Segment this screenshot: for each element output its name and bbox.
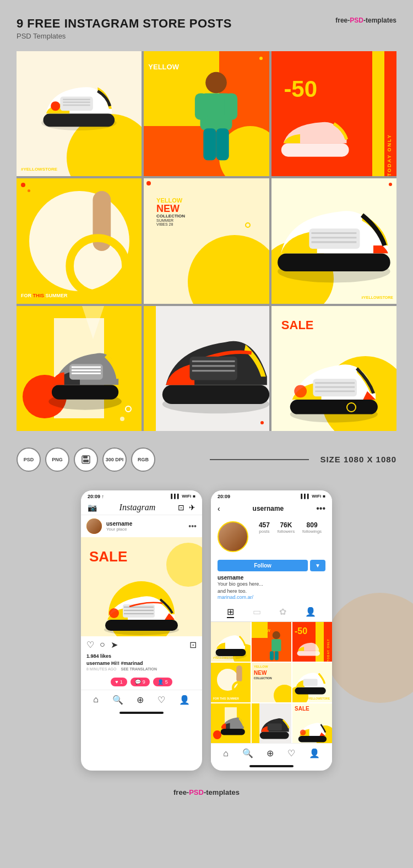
svg-rect-54 (271, 639, 281, 651)
pgc-shoe-svg-3 (295, 638, 322, 658)
notif-bubble-1: ♥ 1 (111, 678, 127, 686)
phone2-status-bar: 20:09 ▌▌▌ WiFi ■ (211, 490, 332, 500)
battery-icon2: ■ (323, 494, 325, 499)
shoe-svg-9 (278, 331, 390, 424)
svg-rect-24 (70, 364, 104, 380)
phone2-mockup: 20:09 ▌▌▌ WiFi ■ ‹ username ••• 457 (211, 490, 332, 771)
shoe-svg-1 (23, 57, 135, 151)
comment-icon[interactable]: ○ (100, 640, 105, 650)
follow-dropdown-button[interactable]: ▼ (310, 560, 325, 571)
phone1-arrow: ↑ (102, 494, 105, 499)
share-icon[interactable]: ➤ (111, 640, 118, 650)
svg-point-50 (109, 608, 119, 618)
pgc4-text: FOR THIS SUMMER (213, 697, 239, 700)
tab-people[interactable]: 👤 (305, 607, 316, 618)
shoe-svg-7 (41, 318, 129, 412)
phone1-mockup: 20:09 ↑ ▌▌▌ WiFi ■ 📷 Instagram ⊡ ✈ (81, 490, 202, 771)
pgc-person-svg (265, 630, 287, 662)
svg-rect-60 (295, 687, 325, 694)
see-translation-link[interactable]: SEE TRANSLATION (121, 667, 157, 671)
size-right: SIZE 1080 X 1080 (210, 455, 396, 464)
post-cell-5: YELLOW NEW COLLECTION SUMMER VIBES 28 (144, 178, 269, 303)
footer-brand: free-PSD-templates (17, 787, 396, 803)
profile-grid: #YELLOWSTORE HELLOYELLOW (211, 622, 332, 743)
send-icon[interactable]: ✈ (189, 503, 195, 512)
svg-rect-9 (194, 94, 207, 120)
follow-button[interactable]: Follow (218, 560, 308, 571)
post-username[interactable]: username (106, 521, 184, 527)
tab-tagged[interactable]: ✿ (279, 607, 286, 618)
svg-rect-10 (225, 94, 237, 120)
post-cell-2: HELLOYELLOW (144, 51, 269, 176)
svg-rect-64 (268, 723, 282, 730)
svg-rect-58 (236, 665, 242, 682)
post-cell-1: #YELLOWSTORE (17, 51, 142, 176)
footer-templates: -templates (204, 788, 240, 796)
search-nav-icon2[interactable]: 🔍 (242, 748, 253, 758)
action-left: ♡ ○ ➤ (86, 640, 118, 650)
phone1-bottom-nav: ⌂ 🔍 ⊕ ♡ 👤 (81, 690, 202, 709)
tab-grid[interactable]: ⊞ (227, 607, 234, 618)
profile-grid-cell-4: FOR THIS SUMMER (211, 663, 251, 702)
feed-icon[interactable]: ⊡ (178, 503, 184, 512)
like-icon[interactable]: ♡ (86, 640, 94, 650)
pgc6-tag: #YELLOWSTORE (307, 697, 330, 700)
header-left: 9 FREE INSTAGRAM STORE POSTS PSD Templat… (17, 17, 232, 40)
heart-icon: ♥ (115, 679, 118, 685)
badge-save (74, 447, 98, 472)
page-header: 9 FREE INSTAGRAM STORE POSTS PSD Templat… (17, 17, 396, 40)
home-nav-icon[interactable]: ⌂ (93, 695, 99, 705)
tab-reels[interactable]: ▭ (253, 607, 261, 618)
profile-grid-tabs: ⊞ ▭ ✿ 👤 (211, 603, 332, 622)
brand-logo: free-PSD-templates (335, 17, 396, 25)
profile-grid-cell-8 (252, 703, 291, 743)
search-nav-icon[interactable]: 🔍 (112, 695, 123, 705)
profile-nav-icon[interactable]: 👤 (179, 695, 190, 705)
pgc5-text: YELLOW NEW COLLECTION (254, 665, 272, 681)
svg-rect-65 (298, 736, 326, 743)
profile-stats: 457 posts 76K followers 809 followings (255, 521, 325, 534)
pgc3-today: TODAY ONLY (327, 622, 330, 662)
caption-username[interactable]: username (86, 660, 110, 666)
profile-nav-icon2[interactable]: 👤 (309, 748, 320, 758)
svg-rect-56 (275, 651, 279, 660)
pgc3-text: -50 (295, 626, 307, 636)
post-more-icon[interactable]: ••• (188, 522, 197, 531)
format-badges: PSD PNG 300 DPI RGB (17, 447, 155, 472)
profile-grid-cell-1: #YELLOWSTORE (211, 622, 251, 662)
svg-rect-11 (203, 128, 216, 160)
notif-count-9: 9 (143, 679, 145, 685)
back-icon[interactable]: ‹ (218, 504, 220, 513)
svg-rect-18 (309, 228, 360, 249)
bio-link[interactable]: marinad.com.ar/ (218, 594, 325, 600)
person-icon: 👤 (157, 679, 164, 685)
svg-rect-35 (290, 400, 378, 414)
bookmark-icon[interactable]: ⊡ (189, 640, 197, 650)
post-cell-6: #YELLOWSTORE (271, 178, 396, 303)
profile-grid-cell-6: #YELLOWSTORE (292, 663, 332, 702)
time-ago: 8 MINUTES AGO (86, 667, 116, 671)
post-user-info: username Your place (106, 521, 184, 532)
phone1-time: 20:09 ↑ (88, 494, 104, 499)
phone2-more-icon[interactable]: ••• (316, 504, 325, 514)
heart-nav-icon2[interactable]: ♡ (287, 748, 295, 758)
camera-icon[interactable]: 📷 (88, 503, 97, 512)
add-nav-icon[interactable]: ⊕ (137, 695, 144, 705)
pgc-shoe-svg-9 (295, 712, 330, 744)
stat-following-num: 809 (302, 521, 322, 529)
heart-nav-icon[interactable]: ♡ (157, 695, 165, 705)
post-header: username Your place ••• (81, 515, 202, 537)
svg-rect-57 (297, 651, 319, 656)
home-indicator (119, 712, 164, 714)
notif-count-1: 1 (120, 679, 123, 685)
comment-small-icon: 💬 (135, 679, 141, 685)
post3-today: TODAY ONLY (387, 51, 392, 176)
footer-brand-text: free-PSD-templates (173, 788, 240, 796)
home-nav-icon2[interactable]: ⌂ (223, 749, 229, 758)
post-location: Your place (106, 527, 184, 532)
stat-posts-num: 457 (259, 521, 270, 529)
badge-psd: PSD (17, 447, 41, 472)
phone1-signal: ▌▌▌ WiFi ■ (171, 494, 195, 499)
add-nav-icon2[interactable]: ⊕ (267, 748, 274, 758)
svg-rect-52 (216, 649, 246, 656)
